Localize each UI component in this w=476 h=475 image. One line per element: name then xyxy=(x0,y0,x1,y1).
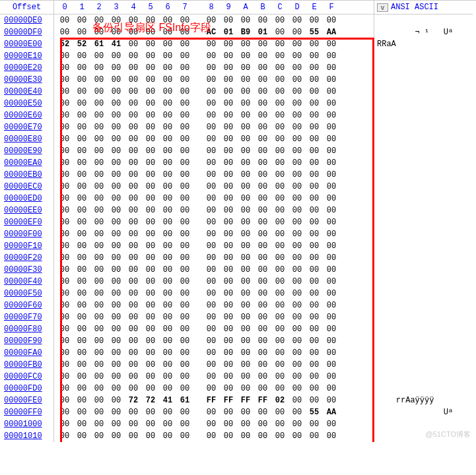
hex-cell[interactable]: 00000000000000000000000000000000 xyxy=(54,300,374,311)
hex-byte[interactable]: 00 xyxy=(223,277,234,286)
hex-byte[interactable]: 00 xyxy=(128,99,139,108)
hex-byte[interactable]: 00 xyxy=(111,206,121,215)
hex-byte[interactable]: 00 xyxy=(128,301,139,310)
hex-byte[interactable]: 00 xyxy=(128,123,139,132)
hex-byte[interactable]: 00 xyxy=(162,372,173,381)
hex-byte[interactable]: FF xyxy=(257,396,268,405)
hex-byte[interactable]: 00 xyxy=(77,63,87,73)
ascii-cell[interactable] xyxy=(374,50,473,62)
hex-byte[interactable]: 00 xyxy=(128,135,139,144)
hex-byte[interactable]: 00 xyxy=(326,313,337,322)
hex-byte[interactable]: 00 xyxy=(257,75,268,84)
hex-byte[interactable]: 00 xyxy=(128,372,139,381)
hex-cell[interactable]: 00000000000000000000000000000000 xyxy=(54,74,374,86)
hex-byte[interactable]: 00 xyxy=(257,325,268,334)
hex-byte[interactable]: 00 xyxy=(257,360,268,369)
hex-cell[interactable]: 00000000000000000000000000000000 xyxy=(54,145,374,157)
hex-byte[interactable]: 00 xyxy=(180,182,190,191)
hex-byte[interactable]: 00 xyxy=(128,336,139,346)
hex-byte[interactable]: 00 xyxy=(275,289,285,298)
offset-cell[interactable]: 00000FB0 xyxy=(0,359,54,371)
hex-byte[interactable]: 00 xyxy=(111,63,121,73)
hex-cell[interactable]: 00000000000000000000000000000000 xyxy=(54,288,374,300)
hex-cell[interactable]: 00000000000000000000000000000000 xyxy=(54,15,374,26)
hex-cell[interactable]: 00000000000000000000000000000000 xyxy=(54,193,374,205)
hex-cell[interactable]: 00000000000000000000000000000000 xyxy=(54,347,374,359)
hex-byte[interactable]: 00 xyxy=(145,194,156,203)
hex-byte[interactable]: 00 xyxy=(326,420,337,429)
hex-byte[interactable]: 00 xyxy=(292,265,302,274)
offset-cell[interactable]: 00000F10 xyxy=(0,240,54,252)
hex-byte[interactable]: 00 xyxy=(59,396,70,405)
hex-byte[interactable]: 00 xyxy=(206,111,217,120)
hex-byte[interactable]: 00 xyxy=(223,325,234,334)
ascii-cell[interactable] xyxy=(374,216,473,228)
hex-byte[interactable]: 00 xyxy=(145,301,156,310)
ascii-cell[interactable] xyxy=(374,288,473,300)
hex-byte[interactable]: 00 xyxy=(94,194,104,203)
hex-byte[interactable]: 00 xyxy=(240,289,251,298)
hex-byte[interactable]: 00 xyxy=(326,135,337,144)
hex-byte[interactable]: 00 xyxy=(292,99,302,108)
hex-byte[interactable]: 00 xyxy=(128,313,139,322)
hex-byte[interactable]: 00 xyxy=(162,170,173,179)
hex-byte[interactable]: 00 xyxy=(309,384,320,393)
hex-cell[interactable]: 00000000000000000000000000000000 xyxy=(54,62,374,74)
hex-byte[interactable]: 00 xyxy=(59,277,70,286)
hex-byte[interactable]: 00 xyxy=(59,87,70,96)
hex-byte[interactable]: 00 xyxy=(94,123,104,132)
hex-byte[interactable]: 00 xyxy=(128,420,139,429)
hex-byte[interactable]: 00 xyxy=(292,111,302,120)
hex-byte[interactable]: 00 xyxy=(180,206,190,215)
hex-byte[interactable]: 00 xyxy=(326,99,337,108)
hex-byte[interactable]: 00 xyxy=(275,158,285,168)
ascii-cell[interactable]: RRaA xyxy=(374,38,473,50)
hex-byte[interactable]: 00 xyxy=(292,194,302,203)
hex-byte[interactable]: B9 xyxy=(240,28,251,37)
hex-byte[interactable]: 00 xyxy=(180,348,190,358)
hex-byte[interactable]: 00 xyxy=(94,336,104,346)
hex-byte[interactable]: 00 xyxy=(240,313,251,322)
hex-byte[interactable]: 00 xyxy=(162,325,173,334)
hex-byte[interactable]: 41 xyxy=(111,40,121,49)
hex-byte[interactable]: 00 xyxy=(77,135,87,144)
ascii-cell[interactable] xyxy=(374,181,473,193)
hex-byte[interactable]: 00 xyxy=(128,431,139,441)
offset-cell[interactable]: 00000FA0 xyxy=(0,347,54,359)
hex-byte[interactable]: 00 xyxy=(162,135,173,144)
hex-byte[interactable]: 00 xyxy=(94,206,104,215)
hex-byte[interactable]: 00 xyxy=(145,146,156,156)
hex-byte[interactable]: 00 xyxy=(77,420,87,429)
hex-byte[interactable]: 00 xyxy=(223,123,234,132)
hex-byte[interactable]: 00 xyxy=(292,16,302,25)
hex-byte[interactable]: 00 xyxy=(94,158,104,168)
hex-byte[interactable]: 00 xyxy=(206,63,217,73)
hex-byte[interactable]: 00 xyxy=(77,123,87,132)
hex-byte[interactable]: 00 xyxy=(162,313,173,322)
hex-byte[interactable]: 00 xyxy=(257,40,268,49)
hex-byte[interactable]: 00 xyxy=(326,230,337,239)
hex-byte[interactable]: 00 xyxy=(275,40,285,49)
hex-byte[interactable]: 00 xyxy=(77,158,87,168)
hex-byte[interactable]: 00 xyxy=(111,16,121,25)
offset-cell[interactable]: 00000EE0 xyxy=(0,205,54,216)
hex-byte[interactable]: 00 xyxy=(223,241,234,251)
hex-byte[interactable]: 00 xyxy=(59,372,70,381)
hex-byte[interactable]: 00 xyxy=(206,206,217,215)
hex-byte[interactable]: 00 xyxy=(309,206,320,215)
hex-byte[interactable]: 00 xyxy=(257,99,268,108)
ascii-cell[interactable] xyxy=(374,15,473,26)
hex-byte[interactable]: 00 xyxy=(145,99,156,108)
hex-byte[interactable]: 00 xyxy=(206,123,217,132)
hex-byte[interactable]: 00 xyxy=(94,313,104,322)
offset-cell[interactable]: 00001010 xyxy=(0,430,54,442)
hex-byte[interactable]: 00 xyxy=(111,28,121,37)
hex-cell[interactable]: 00000000000000000000000000000000 xyxy=(54,133,374,145)
hex-byte[interactable]: 00 xyxy=(162,301,173,310)
hex-byte[interactable]: 00 xyxy=(275,206,285,215)
hex-byte[interactable]: 00 xyxy=(94,420,104,429)
hex-byte[interactable]: 00 xyxy=(206,420,217,429)
hex-byte[interactable]: 00 xyxy=(240,218,251,227)
hex-byte[interactable]: 00 xyxy=(59,75,70,84)
hex-byte[interactable]: 00 xyxy=(180,87,190,96)
